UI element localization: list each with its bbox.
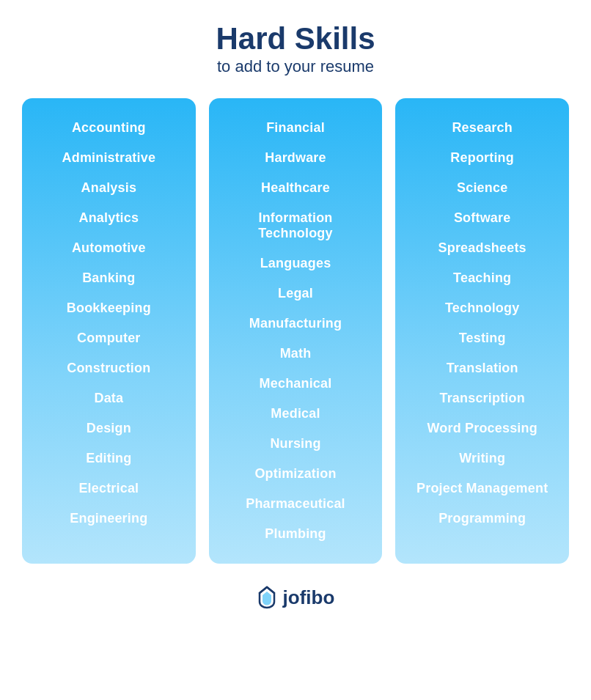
skill-item: Analytics [29,203,188,233]
skill-item: Analysis [29,173,188,203]
skill-item: Medical [216,399,375,429]
skill-item: Technology [403,293,562,323]
skill-item: Research [403,113,562,143]
skill-item: Financial [216,113,375,143]
skill-item: Manufacturing [216,309,375,339]
skill-item: Spreadsheets [403,233,562,263]
skill-item: Bookkeeping [29,293,188,323]
page-title: Hard Skills [216,22,375,56]
skill-item: Word Processing [403,413,562,443]
skill-item: Reporting [403,143,562,173]
skill-item: Languages [216,248,375,279]
skills-column-3: ResearchReportingScienceSoftwareSpreadsh… [395,98,569,564]
skill-item: Data [29,383,188,413]
footer-brand: jofibo [283,586,335,609]
skills-column-2: FinancialHardwareHealthcareInformation T… [209,98,383,564]
skill-item: Computer [29,323,188,353]
skill-item: Math [216,339,375,369]
skill-item: Plumbing [216,519,375,549]
skills-columns: AccountingAdministrativeAnalysisAnalytic… [22,98,569,564]
skill-item: Editing [29,443,188,474]
skill-item: Programming [403,504,562,534]
skill-item: Accounting [29,113,188,143]
skill-item: Transcription [403,383,562,413]
skill-item: Electrical [29,474,188,504]
skill-item: Legal [216,279,375,309]
jofibo-logo-icon [257,586,277,609]
skill-item: Teaching [403,263,562,293]
skills-column-1: AccountingAdministrativeAnalysisAnalytic… [22,98,196,564]
skill-item: Optimization [216,459,375,489]
skill-item: Hardware [216,143,375,173]
footer: jofibo [257,586,335,609]
skill-item: Pharmaceutical [216,489,375,519]
skill-item: Software [403,203,562,233]
skill-item: Design [29,413,188,443]
skill-item: Writing [403,443,562,474]
skill-item: Engineering [29,504,188,534]
skill-item: Automotive [29,233,188,263]
skill-item: Testing [403,323,562,353]
skill-item: Administrative [29,143,188,173]
skill-item: Healthcare [216,173,375,203]
skill-item: Nursing [216,429,375,459]
skill-item: Banking [29,263,188,293]
skill-item: Science [403,173,562,203]
skill-item: Information Technology [216,203,375,248]
page-header: Hard Skills to add to your resume [216,15,375,76]
skill-item: Project Management [403,474,562,504]
skill-item: Mechanical [216,369,375,399]
page-subtitle: to add to your resume [216,57,375,76]
skill-item: Construction [29,353,188,383]
skill-item: Translation [403,353,562,383]
